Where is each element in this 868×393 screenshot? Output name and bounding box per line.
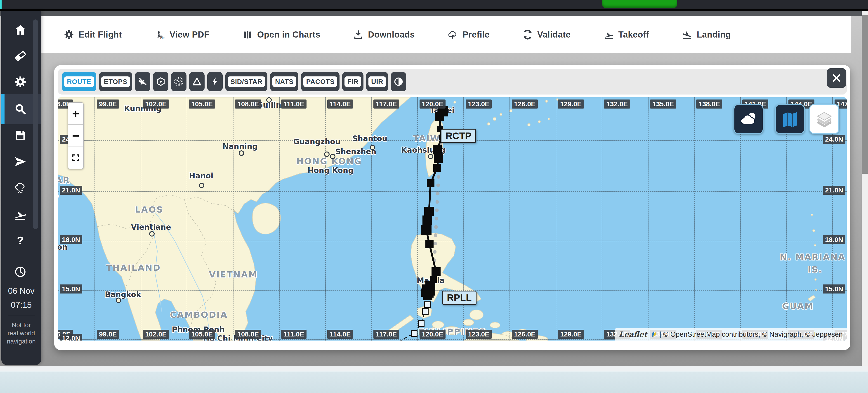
validate-icon [522,29,533,40]
gear-icon [64,29,74,40]
toolbar-view-pdf-button[interactable]: PDFView PDF [155,29,209,40]
triangle-icon [192,77,202,87]
coordinate-label: 132.0E [604,99,630,109]
map-toggle-lightning[interactable] [207,72,223,91]
sidebar-item-send[interactable] [6,149,34,174]
map-toggle-nats[interactable]: NATS [270,72,298,91]
coordinate-label: 105.0E [189,330,215,339]
disclaimer-line: Not for [1,322,41,329]
chrome-divider [0,9,868,11]
radar-rings-icon [174,77,184,87]
page-top-strip [0,11,862,16]
folded-map-icon [780,110,800,129]
divider [8,316,35,316]
landing-icon [682,29,692,40]
fullscreen-button[interactable] [68,147,83,169]
map-toggle-day-night[interactable] [391,72,406,91]
map-toggle-sid-star[interactable]: SID/STAR [225,72,268,91]
map-toggle-hex-beacon[interactable] [153,72,168,91]
map-toggle-pacots[interactable]: PACOTS [301,72,340,91]
base-layers-button[interactable] [809,104,839,134]
save-icon [14,129,27,142]
window-bottom-strip [0,366,868,371]
coordinate-label: 126.0E [512,330,538,339]
sidebar-item-clock[interactable] [6,260,34,284]
toolbar-button-label: Landing [697,30,731,39]
toolbar-button-label: View PDF [169,30,209,39]
browser-scrollbar[interactable] [862,11,868,366]
bars-icon [242,29,253,40]
charts-layers-button[interactable] [775,104,805,134]
toolbar-validate-button[interactable]: Validate [522,29,571,40]
sidebar-time: 07:15 [1,300,41,310]
toolbar-button-label: Prefile [463,30,490,39]
map-attribution[interactable]: Leaflet | © OpenStreetMap contributors, … [615,328,847,340]
sidebar-item-save[interactable] [6,123,34,148]
map-toggle-route[interactable]: ROUTE [62,72,96,91]
coordinate-label: 117.0E [373,99,399,109]
attribution-text: | © OpenStreetMap contributors, © Navigr… [659,330,843,338]
zoom-in-button[interactable]: + [68,103,83,124]
map-toggle-no-fly[interactable] [135,72,150,91]
toolbar-open-in-charts-button[interactable]: Open in Charts [242,29,320,40]
sidebar-item-gear[interactable] [6,69,34,94]
green-accent-tab [602,0,677,8]
toolbar-downloads-button[interactable]: Downloads [353,29,415,40]
toolbar-button-label: Validate [537,30,571,39]
coordinate-label: 21.0N [60,186,82,195]
gear-icon [14,75,27,88]
sidebar-date: 06 Nov [1,286,41,296]
leaflet-logo[interactable]: Leaflet [619,330,647,339]
map-zoom-control: + − [68,102,84,169]
coordinate-label: 12.0N [60,334,82,340]
sidebar-item-home[interactable] [6,18,34,42]
sidebar-item-rain-cloud[interactable] [6,176,34,201]
map-toggle-fir[interactable]: FIR [342,72,364,91]
coordinate-label: 102.0E [143,99,169,109]
clock-icon [14,266,27,278]
toolbar-landing-button[interactable]: Landing [682,29,731,40]
sidebar-item-eraser[interactable] [6,43,34,68]
coordinate-label: 111.0E [281,99,307,109]
header-toolbar: Edit Flight PDFView PDF Open in Charts D… [41,16,851,53]
close-map-button[interactable] [827,68,846,88]
sidebar-item-takeoff[interactable] [6,202,34,227]
disclaimer-line: real world [1,330,41,337]
coordinate-label: 108.0E [235,99,261,109]
sidebar-active-indicator [1,94,4,124]
home-icon [14,24,27,36]
svg-text:PDF: PDF [160,37,165,39]
toolbar-edit-flight-button[interactable]: Edit Flight [64,29,122,40]
coordinate-label: 123.0E [466,99,492,109]
coordinate-label: 111.0E [281,330,307,339]
day-night-icon [394,77,403,87]
map-toggle-radar-rings[interactable] [171,72,186,91]
cloud-upload-icon [447,29,458,40]
map-toggle-etops[interactable]: ETOPS [99,72,132,91]
taskbar: 1:15 AM 11/6/2025 [0,371,868,393]
toggle-label: UIR [368,77,386,87]
map-toggle-uir[interactable]: UIR [366,72,388,91]
sidebar-scrollbar-thumb[interactable] [33,20,38,229]
map-toggle-triangle[interactable] [189,72,205,91]
browser-scrollbar-thumb[interactable] [862,16,868,174]
coordinate-label: 129.0E [558,330,584,339]
coordinate-label: 126.0E [512,99,538,109]
lightning-icon [210,77,220,87]
toolbar-prefile-button[interactable]: Prefile [447,29,490,40]
sidebar-item-help[interactable]: ? [6,229,34,253]
coordinate-label: 15.0N [823,284,845,294]
toolbar-takeoff-button[interactable]: Takeoff [603,29,649,40]
coordinate-label: 99.0E [97,330,119,339]
zoom-out-button[interactable]: − [68,124,83,147]
send-icon [14,155,27,168]
cloud-sun-icon [739,110,758,129]
help-icon: ? [14,235,27,247]
toggle-label: ROUTE [64,77,94,87]
fullscreen-icon [71,154,80,162]
coordinate-label: 114.0E [327,99,353,109]
sidebar-item-search[interactable] [6,96,34,121]
route-map[interactable]: 96.0E96.0E99.0E99.0E102.0E102.0E105.0E10… [58,97,847,340]
toggle-label: FIR [344,77,361,87]
weather-layers-button[interactable] [734,104,764,134]
